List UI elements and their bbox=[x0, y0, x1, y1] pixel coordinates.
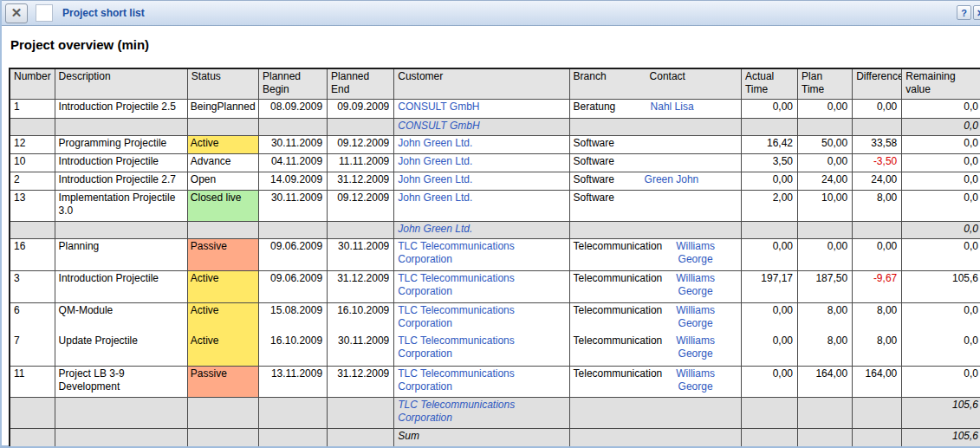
summary-row: CONSULT GmbH0,0 bbox=[10, 118, 980, 135]
cell-description: Implementation Projectile 3.0 bbox=[55, 190, 187, 221]
customer-link[interactable]: John Green Ltd. bbox=[398, 155, 472, 167]
branch-text: Telecommunication bbox=[574, 240, 663, 266]
cell-planned-begin bbox=[258, 118, 327, 135]
cell-contact: Williams George bbox=[662, 272, 737, 298]
contact-link[interactable]: Williams George bbox=[663, 334, 729, 360]
branch-text: Software bbox=[574, 173, 614, 186]
cell-plan-time bbox=[798, 428, 853, 446]
cell-plan-time: 24,00 bbox=[798, 172, 853, 190]
customer-link[interactable]: TLC Telecommunications Corporation bbox=[398, 367, 515, 393]
cell-branch-contact: SoftwareGreen John bbox=[569, 172, 741, 190]
cell-number bbox=[10, 221, 55, 238]
contact-link[interactable]: Williams George bbox=[663, 272, 729, 298]
customer-summary-link[interactable]: TLC Telecommunications Corporation bbox=[398, 399, 515, 424]
cell-branch-contact: TelecommunicationWilliams George bbox=[569, 238, 741, 270]
cell-description: Introduction Projectile bbox=[55, 270, 187, 302]
cell-difference bbox=[853, 428, 902, 446]
cell-actual-time: 0,00 bbox=[741, 334, 797, 366]
window-title: Project short list bbox=[62, 7, 145, 19]
cell-customer: John Green Ltd. bbox=[394, 172, 569, 190]
cell-status bbox=[187, 221, 258, 238]
help-button[interactable]: ? bbox=[957, 5, 971, 20]
cell-difference: 8,00 bbox=[853, 302, 902, 334]
cell-plan-time: 50,00 bbox=[798, 135, 853, 153]
col-header-customer: Customer bbox=[394, 68, 569, 99]
cell-contact bbox=[614, 192, 737, 205]
branch-contact: Software bbox=[574, 192, 737, 205]
cell-customer: TLC Telecommunications Corporation bbox=[394, 397, 569, 428]
contact-link[interactable]: Nahl Lisa bbox=[651, 101, 694, 114]
cell-difference: 0,00 bbox=[853, 99, 902, 118]
blank-document-icon[interactable] bbox=[36, 4, 53, 22]
cell-plan-time: 187,50 bbox=[798, 270, 853, 302]
customer-summary-link[interactable]: John Green Ltd. bbox=[398, 223, 472, 235]
cell-customer: John Green Ltd. bbox=[394, 153, 569, 172]
col-header-actual-time: Actual Time bbox=[741, 68, 797, 99]
customer-link[interactable]: John Green Ltd. bbox=[398, 173, 472, 185]
cell-customer: TLC Telecommunications Corporation bbox=[394, 334, 569, 366]
customer-link[interactable]: TLC Telecommunications Corporation bbox=[398, 272, 515, 297]
cell-number: 6 bbox=[10, 302, 55, 334]
cell-status: Active bbox=[187, 135, 258, 153]
branch-contact: TelecommunicationWilliams George bbox=[574, 240, 737, 266]
contact-link[interactable]: Green John bbox=[645, 173, 699, 186]
customer-link[interactable]: John Green Ltd. bbox=[398, 137, 472, 149]
cell-status: BeingPlanned bbox=[187, 99, 258, 118]
customer-link[interactable]: CONSULT GmbH bbox=[398, 101, 479, 113]
summary-row: TLC Telecommunications Corporation105,6 bbox=[10, 397, 980, 428]
col-header-plan-time: Plan Time bbox=[798, 68, 853, 99]
table-row: 12Programming ProjectileActive30.11.2009… bbox=[10, 135, 980, 153]
cell-planned-begin: 04.11.2009 bbox=[258, 153, 327, 172]
contact-link[interactable]: Williams George bbox=[663, 367, 729, 393]
cell-customer: CONSULT GmbH bbox=[394, 118, 569, 135]
table-row: 13Implementation Projectile 3.0Closed li… bbox=[10, 190, 980, 221]
cell-remaining-value: 0,0 bbox=[902, 366, 980, 397]
customer-link[interactable]: TLC Telecommunications Corporation bbox=[398, 240, 515, 265]
cell-actual-time: 0,00 bbox=[741, 99, 797, 118]
customer-link[interactable]: TLC Telecommunications Corporation bbox=[398, 304, 515, 329]
cell-status bbox=[187, 118, 258, 135]
cell-planned-begin: 15.08.2009 bbox=[258, 302, 327, 334]
cell-planned-end bbox=[328, 221, 394, 238]
project-overview-table: NumberDescriptionStatusPlanned BeginPlan… bbox=[9, 68, 980, 446]
cell-contact: Nahl Lisa bbox=[615, 101, 737, 114]
cell-planned-begin: 09.06.2009 bbox=[258, 238, 327, 270]
cell-contact bbox=[614, 137, 737, 150]
cell-planned-begin: 30.11.2009 bbox=[258, 135, 327, 153]
cell-branch-contact: BeratungNahl Lisa bbox=[569, 99, 741, 118]
cell-description: Programming Projectile bbox=[55, 135, 187, 153]
cell-plan-time: 164,00 bbox=[798, 366, 853, 397]
cell-contact: Green John bbox=[614, 173, 737, 186]
branch-text: Telecommunication bbox=[574, 272, 663, 298]
cell-planned-end: 30.11.2009 bbox=[328, 238, 394, 270]
secondary-close-button[interactable]: ✕ bbox=[973, 5, 980, 20]
cell-customer: TLC Telecommunications Corporation bbox=[394, 238, 569, 270]
customer-link[interactable]: John Green Ltd. bbox=[398, 192, 472, 204]
cell-number: 16 bbox=[10, 238, 55, 270]
cell-planned-begin bbox=[258, 428, 327, 446]
cell-status: Passive bbox=[187, 238, 258, 270]
cell-planned-end: 30.11.2009 bbox=[328, 334, 394, 366]
cell-difference bbox=[853, 118, 902, 135]
branch-contact: TelecommunicationWilliams George bbox=[574, 367, 737, 393]
titlebar-buttons: ? ✕ bbox=[957, 5, 980, 20]
cell-description: Introduction Projectile bbox=[55, 153, 187, 172]
cell-number: 10 bbox=[10, 153, 55, 172]
customer-link[interactable]: TLC Telecommunications Corporation bbox=[398, 334, 515, 360]
cell-number bbox=[10, 118, 55, 135]
branch-text: Beratung bbox=[574, 101, 616, 114]
cell-planned-end: 09.12.2009 bbox=[328, 190, 394, 221]
customer-summary-link[interactable]: CONSULT GmbH bbox=[398, 120, 479, 132]
cell-difference bbox=[853, 221, 902, 238]
cell-planned-begin: 13.11.2009 bbox=[258, 366, 327, 397]
cell-branch-contact: TelecommunicationWilliams George bbox=[569, 334, 741, 366]
cell-plan-time: 10,00 bbox=[798, 190, 853, 221]
cell-planned-begin: 09.06.2009 bbox=[258, 270, 327, 302]
close-window-button[interactable]: ✕ bbox=[5, 3, 28, 23]
cell-branch-contact: TelecommunicationWilliams George bbox=[569, 270, 741, 302]
contact-link[interactable]: Williams George bbox=[663, 304, 729, 330]
cell-remaining-value: 0,0 bbox=[902, 172, 980, 190]
cell-contact: Williams George bbox=[662, 334, 737, 360]
cell-actual-time: 16,42 bbox=[741, 135, 797, 153]
contact-link[interactable]: Williams George bbox=[663, 240, 729, 266]
